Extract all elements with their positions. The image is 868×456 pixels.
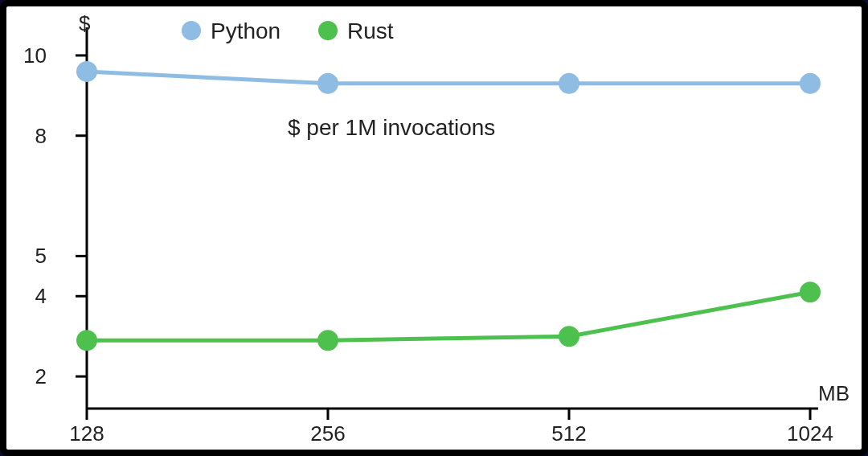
series-line-rust [87,292,810,340]
y-tick-label: 8 [35,124,47,148]
series-marker-python [800,73,821,94]
y-tick-label: 2 [35,364,47,388]
y-tick-label: 10 [23,43,47,68]
series-marker-python [76,61,97,82]
y-tick-label: 5 [35,244,47,268]
legend-label-rust: Rust [347,18,394,43]
x-tick-label: 256 [310,421,345,446]
x-axis-unit: MB [818,381,850,405]
x-tick-label: 512 [551,421,586,446]
series-marker-rust [317,330,338,351]
y-tick-label: 4 [35,284,47,308]
y-axis-unit: $ [79,11,91,35]
chart-canvas: 2458101282565121024PythonRust$ per 1M in… [6,6,862,450]
legend-marker-rust [318,21,338,40]
series-line-python [87,72,810,84]
legend-label-python: Python [211,18,280,43]
x-tick-label: 1024 [787,421,833,446]
legend-marker-python [182,21,201,40]
chart-frame: 2458101282565121024PythonRust$ per 1M in… [0,0,868,456]
series-marker-rust [559,326,579,347]
series-marker-rust [76,330,97,351]
series-marker-python [559,73,579,94]
x-tick-label: 128 [69,421,104,446]
chart-subtitle: $ per 1M invocations [288,115,495,140]
series-marker-rust [800,281,821,302]
series-marker-python [317,73,338,94]
